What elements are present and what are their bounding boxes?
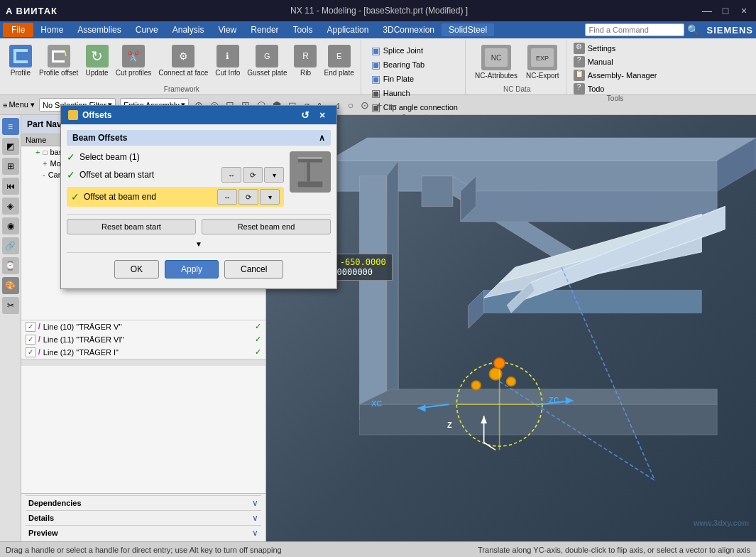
toolbar-icon-11[interactable]: ○ [346,98,355,112]
assembly-manager-button[interactable]: 📋 Assembly- Manager [574,70,657,81]
todo-button[interactable]: ? Todo [574,83,605,94]
offset-end-btn-2[interactable]: ⟳ [239,189,258,205]
todo-label: Todo [588,85,605,93]
siemens-logo: SIEMENS [706,25,753,36]
minimize-button[interactable]: — [701,5,713,16]
nc-items: NC NC-Attributes EXP NC-Export [473,40,561,82]
menu-application[interactable]: Application [320,23,376,36]
gusset-plate-icon: G [256,45,278,67]
close-button[interactable]: × [738,5,750,16]
update-button[interactable]: ↻ Update [83,43,110,80]
menu-curve[interactable]: Curve [128,23,165,36]
dependencies-row[interactable]: Dependencies ∨ [26,495,261,510]
offsets-title-buttons: ↺ × [298,109,329,121]
splice-joint-icon: ▣ [371,45,380,56]
offset-start-btn-1[interactable]: ↔ [221,167,241,183]
tree-scroll-bar[interactable] [21,359,265,366]
menu-analysis[interactable]: Analysis [165,23,212,36]
left-sidebar: ≡ ◩ ⊞ ⏮ ◈ ◉ 🔗 ⌚ 🎨 ✂ [0,115,21,541]
sidebar-icon-4[interactable]: ◈ [2,198,19,215]
toolbar-icon-13[interactable]: + [375,98,383,112]
toolbar-icon-14[interactable]: ─ [388,98,398,112]
preview-row[interactable]: Preview ∨ [26,525,261,540]
reset-beam-start-button[interactable]: Reset beam start [67,219,196,234]
offset-end-controls: ↔ ⟳ ▾ [217,189,280,205]
ok-button[interactable]: OK [114,260,159,278]
end-plate-button[interactable]: E End plate [322,43,356,80]
offset-start-btn-2[interactable]: ⟳ [243,167,263,183]
zc-label: ZC [549,396,559,404]
menu-label: Menu ▾ [9,100,35,109]
reset-beam-end-button[interactable]: Reset beam end [202,219,331,234]
sidebar-nav-icon[interactable]: ≡ [2,118,19,135]
fin-plate-label: Fin Plate [383,75,414,83]
profile-button[interactable]: Profile [7,43,34,80]
sidebar-icon-1[interactable]: ◩ [2,138,19,155]
svg-point-30 [471,381,481,390]
search-icon[interactable]: 🔍 [687,24,699,36]
gusset-plate-button[interactable]: G Gusset plate [245,43,289,80]
splice-joint-button[interactable]: ▣ Splice Joint [368,44,426,57]
offsets-content: ✓ Select beam (1) ✓ Offset at beam start… [67,151,331,211]
cancel-button[interactable]: Cancel [224,260,283,278]
connect-at-face-button[interactable]: ⚙ Connect at face [156,43,210,80]
menu-3dconnexion[interactable]: 3DConnexion [376,23,442,36]
sidebar-icon-9[interactable]: ✂ [2,297,19,314]
rib-button[interactable]: R Rib [292,43,319,80]
svg-marker-16 [359,176,386,420]
separator-2 [67,252,331,253]
status-left-text: Drag a handle or select a handle for dir… [6,546,471,554]
sidebar-icon-2[interactable]: ⊞ [2,158,19,175]
tree-list-item-1[interactable]: ✓ / Line (10) "TRÄGER V" ✓ [21,320,265,333]
menu-assemblies[interactable]: Assemblies [70,23,128,36]
profile-offset-button[interactable]: Profile offset [37,43,80,80]
fin-plate-button[interactable]: ▣ Fin Plate [368,72,417,85]
canvas-area[interactable]: XC ZC Z Distance -650.0000 Snap 0.000000… [266,115,756,541]
offsets-close-button[interactable]: × [315,109,329,121]
distance-value: -650.0000 [340,257,386,267]
sidebar-icon-7[interactable]: ⌚ [2,257,19,274]
cut-info-button[interactable]: ℹ Cut Info [213,43,242,80]
cut-profiles-button[interactable]: ✂️ Cut profiles [114,43,154,80]
sidebar-icon-3[interactable]: ⏮ [2,178,19,195]
menu-render[interactable]: Render [243,23,285,36]
tree-check-2[interactable]: ✓ [26,335,35,345]
profile-offset-label: Profile offset [39,69,78,77]
offset-end-dropdown[interactable]: ▾ [260,189,280,205]
sidebar-icon-5[interactable]: ◉ [2,217,19,234]
apply-button[interactable]: Apply [165,260,219,278]
profile-icon [9,45,32,67]
maximize-button[interactable]: □ [719,5,732,16]
details-row[interactable]: Details ∨ [26,510,261,525]
offset-start-dropdown[interactable]: ▾ [264,167,284,183]
toolbar-icon-12[interactable]: ⊙ [359,98,371,112]
svg-marker-26 [359,404,717,435]
menu-button[interactable]: ≡ Menu ▾ [3,100,35,109]
menu-solidsteel[interactable]: SolidSteel [442,23,494,36]
menu-view[interactable]: View [211,23,243,36]
menu-file[interactable]: File [3,23,33,37]
tree-checkmark-2: ✓ [255,335,261,344]
tree-list-item-2[interactable]: ✓ / Line (11) "TRÄGER VI" ✓ [21,333,265,346]
beam-offsets-toggle[interactable]: ∧ [319,133,325,143]
nc-attributes-button[interactable]: NC NC-Attributes [473,43,520,82]
menu-tools[interactable]: Tools [286,23,320,36]
bearing-tab-button[interactable]: ▣ Bearing Tab [368,58,428,71]
tree-check-3[interactable]: ✓ [26,347,35,357]
scroll-down-indicator[interactable]: ▼ [67,239,331,249]
tree-check-1[interactable]: ✓ [26,322,35,332]
title-bar-controls: — □ × [701,5,750,16]
sidebar-icon-8[interactable]: 🎨 [2,277,19,294]
nc-export-button[interactable]: EXP NC-Export [524,43,561,82]
manual-button[interactable]: ? Manual [574,56,613,67]
tree-list-item-3[interactable]: ✓ / Line (12) "TRÄGER I" ✓ [21,346,265,359]
offsets-reset-icon[interactable]: ↺ [298,109,312,121]
menu-home[interactable]: Home [33,23,70,36]
offset-end-btn-1[interactable]: ↔ [217,189,237,205]
watermark: www.3dxy.com [694,519,749,527]
end-plate-icon: E [328,45,351,67]
tree-expand-icon: + [35,148,40,156]
sidebar-icon-6[interactable]: 🔗 [2,237,19,254]
settings-button[interactable]: ⚙ Settings [574,43,616,54]
find-command-input[interactable] [585,23,684,36]
